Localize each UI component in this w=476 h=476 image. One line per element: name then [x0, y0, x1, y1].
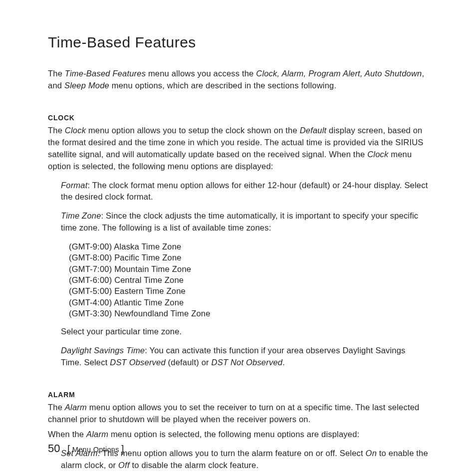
- section-heading-clock: Clock: [48, 114, 428, 122]
- alarm-paragraph-2: When the Alarm menu option is selected, …: [48, 429, 428, 441]
- text: The: [48, 126, 65, 135]
- text-em: DST Not Observed: [212, 358, 283, 367]
- text: menu option is selected, the following m…: [108, 430, 359, 439]
- clock-select-tz: Select your particular time zone.: [48, 326, 428, 338]
- text: : The clock format menu option allows fo…: [61, 181, 428, 202]
- section-heading-alarm: Alarm: [48, 391, 428, 399]
- text-em: Format: [61, 181, 87, 190]
- bracket-right: ]: [121, 444, 124, 455]
- document-page: Time-Based Features The Time-Based Featu…: [0, 0, 476, 471]
- text-em: Time-Based Features: [65, 69, 146, 78]
- text: menu option allows you to setup the cloc…: [86, 126, 300, 135]
- text-em: Sleep Mode: [64, 81, 109, 90]
- timezone-item: (GMT-8:00) Pacific Time Zone: [69, 252, 428, 263]
- timezone-item: (GMT-6:00) Central Time Zone: [69, 274, 428, 285]
- text: (default) or: [166, 358, 212, 367]
- text: When the: [48, 430, 86, 439]
- text-em: Alarm: [86, 430, 108, 439]
- text: .: [282, 358, 285, 367]
- text-em: Off: [118, 461, 130, 470]
- text: The: [48, 403, 65, 412]
- clock-timezone-option: Time Zone: Since the clock adjusts the t…: [48, 210, 428, 234]
- clock-dst-option: Daylight Savings Time: You can activate …: [48, 345, 428, 369]
- page-footer: 50 [ Menu Options ]: [48, 442, 124, 455]
- text: The: [48, 69, 65, 78]
- timezone-item: (GMT-4:00) Atlantic Time Zone: [69, 297, 428, 308]
- text: menu allows you access the: [146, 69, 256, 78]
- clock-format-option: Format: The clock format menu option all…: [48, 180, 428, 204]
- intro-paragraph: The Time-Based Features menu allows you …: [48, 68, 428, 92]
- page-title: Time-Based Features: [48, 34, 428, 51]
- timezone-item: (GMT-5:00) Eastern Time Zone: [69, 285, 428, 296]
- text: menu option allows you to set the receiv…: [48, 403, 419, 424]
- text-em: Time Zone: [61, 211, 101, 220]
- timezone-item: (GMT-9:00) Alaska Time Zone: [69, 241, 428, 252]
- timezone-item: (GMT-7:00) Mountain Time Zone: [69, 263, 428, 274]
- text: to disable the alarm clock feature.: [130, 461, 259, 470]
- footer-label: Menu Options: [70, 446, 122, 454]
- text-em: Clock, Alarm, Program Alert, Auto Shutdo…: [256, 69, 422, 78]
- text: : This menu option allows you to turn th…: [98, 449, 366, 458]
- text-em: DST Observed: [110, 358, 166, 367]
- timezone-list: (GMT-9:00) Alaska Time Zone (GMT-8:00) P…: [48, 241, 428, 319]
- text-em: Daylight Savings Time: [61, 346, 145, 355]
- text-em: Default: [300, 126, 327, 135]
- text-em: Clock: [367, 150, 388, 159]
- clock-paragraph-1: The Clock menu option allows you to setu…: [48, 125, 428, 173]
- text-em: Alarm: [65, 403, 87, 412]
- timezone-item: (GMT-3:30) Newfoundland Time Zone: [69, 308, 428, 319]
- text: menu options, which are described in the…: [109, 81, 336, 90]
- text: : Since the clock adjusts the time autom…: [61, 211, 418, 232]
- page-number: 50: [48, 442, 60, 455]
- text-em: On: [366, 449, 377, 458]
- alarm-paragraph-1: The Alarm menu option allows you to set …: [48, 402, 428, 426]
- text-em: Clock: [65, 126, 86, 135]
